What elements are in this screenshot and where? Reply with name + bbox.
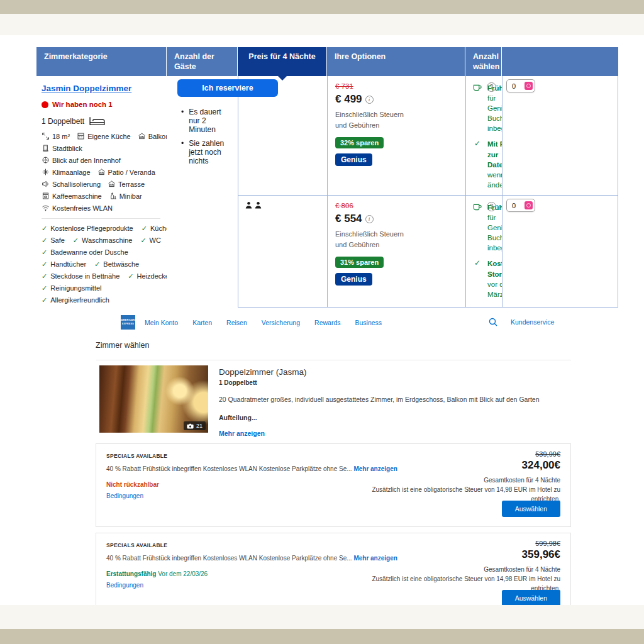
old-price: 539,99€ (372, 450, 560, 458)
room-bed: 1 Doppelbett (219, 379, 571, 386)
room-card: 21 Doppelzimmer (Jasma) 1 Doppelbett 20 … (96, 360, 571, 436)
total-label: Gesamtkosten für 4 Nächte (372, 566, 560, 573)
select-button[interactable]: Auswählen (502, 590, 560, 606)
nav-rewards[interactable]: Rewards (314, 319, 340, 326)
reserve-button[interactable]: Ich reserviere (177, 79, 278, 97)
breakfast-icon (472, 84, 482, 92)
offer-card: SPECIALS AVAILABLE 40 % Rabatt Frühstück… (96, 443, 571, 527)
price-cell: € 731 € 499 i Einschließlich Steuern und… (327, 76, 465, 195)
amex-logo[interactable]: AMERICAN EXPRESS (121, 315, 135, 330)
check-icon: ✓ (42, 284, 47, 292)
person-icon (245, 201, 253, 209)
bullet-icon: · (472, 305, 482, 308)
check-icon: ✓ (73, 236, 79, 245)
options-cell: ? Frühstück für Genius-Bucher inbegriffe… (465, 76, 502, 195)
top-frame-strip (0, 14, 644, 35)
save-badge: 32% sparen (335, 137, 384, 148)
camera-icon (187, 423, 194, 429)
nav-business[interactable]: Business (355, 319, 382, 326)
room-title: Doppelzimmer (Jasma) (219, 367, 571, 377)
minibar-icon (109, 192, 117, 200)
header-guest-count: Anzahl der Gäste (167, 47, 238, 76)
guests-cell (238, 195, 327, 308)
quantity-select[interactable]: 0 (506, 199, 535, 212)
check-icon: ✓ (42, 225, 47, 233)
bed-info: 1 Doppelbett (42, 116, 162, 126)
double-bed-icon (89, 116, 106, 126)
header-room-category: Zimmerkategorie (36, 47, 167, 76)
courtyard-view-icon (42, 156, 50, 164)
breakfast-icon (472, 203, 482, 211)
show-more-link[interactable]: Mehr anzeigen (219, 430, 571, 437)
offer-card: SPECIALS AVAILABLE 40 % Rabatt Frühstück… (96, 533, 571, 613)
save-badge: 31% sparen (335, 257, 384, 268)
amenity-list: 18 m² Eigene Küche Balkon Stadtblick Bli… (42, 132, 162, 212)
feature-checklist: ✓Kostenlose Pflegeprodukte ✓Küche ✓Safe … (42, 225, 162, 308)
terrace-icon (108, 180, 116, 188)
qty-select-badge-icon[interactable] (525, 201, 533, 209)
quantity-cell: 0 (502, 76, 618, 195)
help-icon[interactable]: ? (487, 82, 496, 92)
bottom-frame-bar (0, 629, 644, 644)
check-icon: ✓ (140, 236, 146, 245)
check-icon: ✓ (94, 260, 100, 269)
current-price: € 554 (335, 213, 362, 225)
offer-description: 40 % Rabatt Frühstück inbegriffen Kosten… (106, 555, 402, 562)
price-info-icon[interactable]: i (365, 215, 374, 223)
room-size-icon (42, 132, 50, 140)
room-category-cell: Jasmin Doppelzimmer Wir haben noch 1 1 D… (36, 76, 167, 308)
qty-select-badge-icon[interactable] (525, 82, 533, 90)
page-title: Zimmer wählen (96, 341, 149, 350)
price-cell: € 806 € 554 i Einschließlich Steuern und… (327, 195, 465, 308)
check-icon: ✓ (42, 296, 47, 304)
select-button[interactable]: Auswählen (502, 501, 560, 517)
header-options: Ihre Optionen (327, 47, 465, 76)
header-price: Preis für 4 Nächte (238, 47, 327, 76)
scarcity-note: Wir haben noch 1 (42, 101, 162, 108)
room-photo[interactable]: 21 (99, 365, 208, 433)
photo-count-badge[interactable]: 21 (184, 421, 206, 430)
top-frame-bar (0, 0, 644, 14)
price-info-icon[interactable]: i (365, 96, 374, 104)
room-name-link[interactable]: Jasmin Doppelzimmer (42, 84, 131, 93)
booking-room-table: Zimmerkategorie Anzahl der Gäste Preis f… (36, 47, 618, 308)
room-layout-toggle[interactable]: Aufteilung... (219, 414, 571, 421)
check-icon: ✓ (42, 248, 47, 257)
room-description: 20 Quadratmeter großes, individuell ausg… (219, 396, 571, 403)
wifi-icon (42, 204, 50, 212)
old-price: € 806 (335, 202, 459, 209)
person-icon (254, 201, 262, 209)
quantity-select[interactable]: 0 (506, 79, 535, 92)
nav-kundenservice[interactable]: Kundenservice (511, 318, 554, 326)
current-price: 359,96€ (372, 548, 560, 561)
genius-badge: Genius (335, 153, 372, 166)
help-icon[interactable]: ? (487, 202, 496, 211)
bullet-icon: • (181, 139, 184, 165)
nav-versicherung[interactable]: Versicherung (262, 319, 300, 326)
nav-reisen[interactable]: Reisen (226, 319, 247, 326)
nav-mein-konto[interactable]: Mein Konto (145, 319, 178, 326)
check-icon: ✓ (142, 225, 147, 233)
amex-navbar: AMERICAN EXPRESS Mein Konto Karten Reise… (94, 314, 572, 335)
air-conditioning-icon (42, 168, 50, 176)
search-icon[interactable] (488, 317, 498, 327)
old-price: 599,98€ (372, 540, 560, 547)
tax-note: Einschließlich Steuern und Gebühren (335, 229, 414, 250)
quantity-cell: 0 (502, 195, 618, 308)
reserve-panel: Ich reserviere •Es dauert nur 2 Minuten … (167, 76, 238, 308)
divider (42, 218, 160, 219)
old-price: € 731 (335, 82, 459, 90)
nav-karten[interactable]: Karten (192, 319, 212, 326)
check-icon: ✓ (42, 236, 47, 245)
patio-icon (97, 168, 106, 176)
booking-table-header: Zimmerkategorie Anzahl der Gäste Preis f… (36, 47, 618, 76)
coffee-machine-icon (42, 192, 50, 200)
offer-description: 40 % Rabatt Frühstück inbegriffen Kosten… (106, 465, 402, 472)
header-quantity: Anzahl wählen (465, 47, 502, 76)
scarcity-dot-icon (42, 101, 48, 108)
check-icon: ✓ (42, 260, 47, 269)
current-price: € 499 (335, 93, 362, 106)
check-icon: ✓ (42, 272, 47, 280)
options-cell: ? Frühstück für Genius-Bucher inbegriffe… (465, 195, 502, 308)
bullet-icon: • (181, 108, 184, 134)
